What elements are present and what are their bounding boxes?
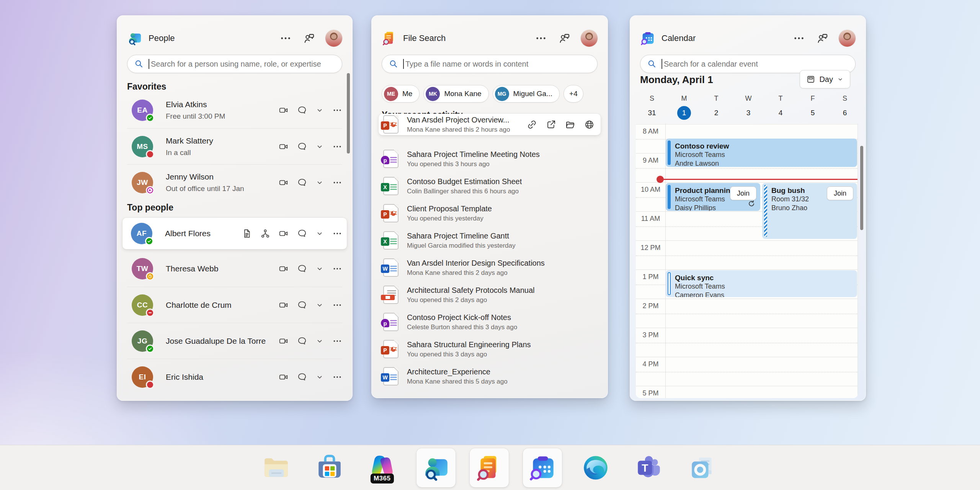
event-contoso-review[interactable]: Contoso review Microsoft Teams Andre Law… — [666, 139, 857, 167]
person-row[interactable]: EI Eric Ishida — [127, 359, 342, 395]
chat-icon[interactable] — [297, 372, 307, 382]
more-options-icon[interactable] — [793, 32, 805, 44]
feedback-icon[interactable] — [559, 32, 571, 44]
person-row[interactable]: EA Elvia Atkins Free until 3:00 PM — [127, 92, 342, 128]
file-row-highlighted[interactable]: P Van Arsdel Project Overview... Mona Ka… — [379, 114, 601, 135]
video-call-icon[interactable] — [279, 229, 289, 238]
video-call-icon[interactable] — [279, 300, 289, 310]
taskbar-file-search-app-icon[interactable] — [470, 448, 509, 487]
video-call-icon[interactable] — [279, 142, 289, 152]
chip-more-people[interactable]: +4 — [564, 85, 583, 103]
profile-document-icon[interactable] — [242, 229, 252, 238]
chat-icon[interactable] — [297, 300, 307, 310]
user-avatar[interactable] — [839, 30, 856, 47]
chip-mona-kane[interactable]: MK Mona Kane — [423, 85, 488, 103]
file-search-input[interactable]: Type a file name or words in content — [382, 55, 598, 73]
date-cell[interactable]: 4 — [764, 106, 797, 120]
chevron-down-icon[interactable] — [315, 142, 324, 151]
person-name: Albert Flores — [165, 229, 211, 238]
copy-link-icon[interactable] — [527, 119, 537, 130]
taskbar-people-app-icon[interactable] — [416, 448, 456, 487]
person-row[interactable]: JG Jose Guadalupe De la Torre — [127, 323, 342, 359]
video-call-icon[interactable] — [279, 336, 289, 346]
taskbar-teams-icon[interactable]: T — [629, 448, 668, 487]
chevron-down-icon[interactable] — [315, 229, 324, 238]
person-row[interactable]: TW Theresa Webb — [127, 251, 342, 287]
join-button[interactable]: Join — [730, 186, 756, 200]
chat-icon[interactable] — [297, 105, 307, 115]
more-actions-icon[interactable] — [332, 142, 342, 152]
video-call-icon[interactable] — [279, 264, 289, 274]
more-actions-icon[interactable] — [332, 300, 342, 310]
file-row[interactable]: W Van Arsdel Interior Design Specificati… — [383, 257, 596, 278]
user-avatar[interactable] — [325, 30, 342, 47]
org-chart-icon[interactable] — [260, 229, 270, 238]
open-folder-icon[interactable] — [565, 119, 575, 130]
feedback-icon[interactable] — [817, 32, 829, 44]
share-icon[interactable] — [546, 119, 556, 130]
chat-icon[interactable] — [297, 336, 307, 346]
scrollbar[interactable] — [860, 146, 863, 230]
chevron-down-icon[interactable] — [315, 106, 324, 114]
person-row[interactable]: JW Jenny Wilson Out of office until 17 J… — [127, 164, 342, 200]
person-status: In a call — [166, 148, 213, 157]
open-in-browser-icon[interactable] — [584, 119, 595, 130]
event-bug-bush[interactable]: Bug bush Room 31/32 Bruno Zhao Join — [762, 183, 857, 239]
date-cell[interactable]: 31 — [636, 106, 668, 120]
chat-icon[interactable] — [297, 142, 307, 152]
taskbar-microsoft-store-icon[interactable] — [310, 448, 349, 487]
more-actions-icon[interactable] — [332, 372, 342, 382]
event-quick-sync[interactable]: Quick sync Microsoft Teams Cameron Evans — [666, 270, 857, 297]
user-avatar[interactable] — [581, 30, 598, 47]
more-actions-icon[interactable] — [332, 105, 342, 115]
chevron-down-icon[interactable] — [315, 178, 324, 187]
person-row[interactable]: MS Mark Slattery In a call — [127, 128, 342, 164]
more-options-icon[interactable] — [279, 32, 292, 44]
chevron-down-icon[interactable] — [315, 373, 324, 381]
video-call-icon[interactable] — [279, 372, 289, 382]
scrollbar[interactable] — [347, 73, 350, 154]
chat-icon[interactable] — [297, 229, 307, 238]
file-row[interactable]: X Sahara Project Timeline Gantt Miguel G… — [383, 230, 596, 251]
more-actions-icon[interactable] — [332, 178, 342, 188]
person-row[interactable]: CC Charlotte de Crum — [127, 287, 342, 323]
people-filter-chips: ME Me MK Mona Kane MG Miguel Ga... +4 — [382, 85, 587, 103]
date-cell-selected[interactable]: 1 — [668, 106, 700, 120]
more-options-icon[interactable] — [535, 32, 547, 44]
day-schedule-grid[interactable]: 8 AM 9 AM 10 AM 11 AM 12 PM 1 PM 2 PM 3 … — [636, 124, 858, 398]
feedback-icon[interactable] — [303, 32, 315, 44]
more-actions-icon[interactable] — [332, 264, 342, 274]
taskbar-edge-icon[interactable] — [576, 448, 615, 487]
chevron-down-icon[interactable] — [315, 265, 324, 273]
taskbar-calendar-app-icon[interactable] — [523, 448, 562, 487]
file-row[interactable]: W Architecture_Experience Mona Kane shar… — [383, 366, 596, 387]
date-cell[interactable]: 6 — [829, 106, 861, 120]
chevron-down-icon[interactable] — [315, 301, 324, 309]
join-button[interactable]: Join — [827, 186, 853, 200]
date-cell[interactable]: 2 — [700, 106, 732, 120]
video-call-icon[interactable] — [279, 178, 289, 188]
chip-me[interactable]: ME Me — [382, 85, 420, 103]
person-row-highlighted[interactable]: AF Albert Flores — [122, 218, 347, 249]
taskbar-file-explorer-icon[interactable] — [257, 448, 296, 487]
date-cell[interactable]: 5 — [797, 106, 829, 120]
file-row[interactable]: P Sahara Structural Engineering Plans Yo… — [383, 338, 596, 360]
taskbar-m365-copilot-icon[interactable]: M365 — [363, 448, 402, 487]
chevron-down-icon[interactable] — [315, 337, 324, 345]
file-row[interactable]: P Client Proposal Template You opened th… — [383, 203, 596, 224]
taskbar-outlook-icon[interactable] — [683, 448, 722, 487]
more-actions-icon[interactable] — [332, 336, 342, 346]
chip-miguel[interactable]: MG Miguel Ga... — [493, 85, 560, 103]
file-row[interactable]: p Sahara Project Timeline Meeting Notes … — [383, 148, 596, 170]
file-row[interactable]: p Contoso Project Kick-off Notes Celeste… — [383, 311, 596, 333]
event-product-planning[interactable]: Product planning Microsoft Teams Daisy P… — [666, 183, 760, 211]
people-search-input[interactable]: Search for a person using name, role, or… — [127, 55, 342, 73]
file-row[interactable]: X Contoso Budget Estimation Sheet Colin … — [383, 175, 596, 197]
chat-icon[interactable] — [297, 264, 307, 274]
file-row[interactable]: Architectural Safety Protocols Manual Yo… — [383, 284, 596, 305]
view-selector-button[interactable]: Day — [800, 70, 850, 88]
video-call-icon[interactable] — [279, 105, 289, 115]
chat-icon[interactable] — [297, 178, 307, 188]
date-cell[interactable]: 3 — [732, 106, 764, 120]
more-actions-icon[interactable] — [332, 229, 342, 238]
